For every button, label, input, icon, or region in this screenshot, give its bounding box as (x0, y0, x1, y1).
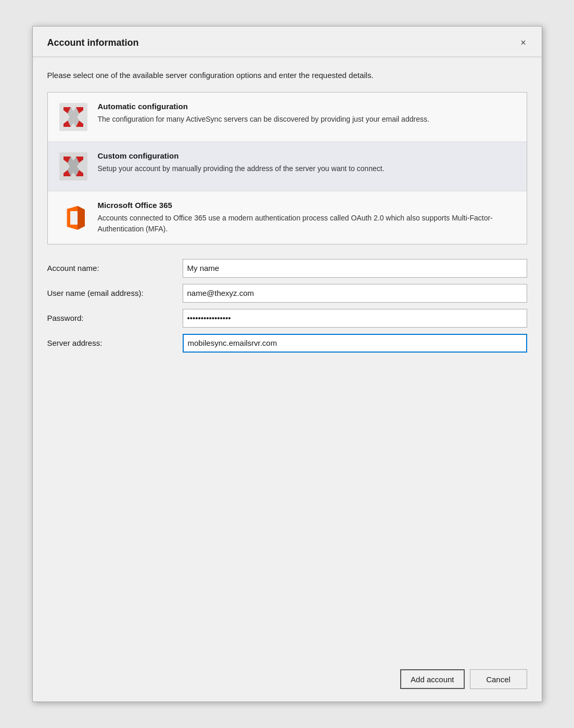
option-office365-title: Microsoft Office 365 (98, 201, 516, 210)
server-address-input[interactable] (183, 334, 527, 353)
form-row-user-name: User name (email address): (47, 284, 527, 303)
option-office365-desc: Accounts connected to Office 365 use a m… (98, 213, 516, 235)
account-name-label: Account name: (47, 264, 183, 272)
close-button[interactable]: × (516, 35, 531, 50)
option-custom[interactable]: Custom configuration Setup your account … (48, 142, 527, 191)
dialog-title: Account information (47, 37, 139, 48)
add-account-button[interactable]: Add account (400, 669, 464, 689)
form-section: Account name: User name (email address):… (47, 259, 527, 353)
cancel-button[interactable]: Cancel (470, 669, 527, 689)
option-automatic-title: Automatic configuration (98, 102, 516, 111)
intro-text: Please select one of the available serve… (47, 70, 527, 82)
user-name-label: User name (email address): (47, 289, 183, 297)
server-address-label: Server address: (47, 339, 183, 347)
office365-icon (58, 201, 88, 231)
activesync-icon-custom (58, 151, 88, 181)
account-information-dialog: Account information × Please select one … (32, 26, 542, 702)
options-container: Automatic configuration The configuratio… (47, 92, 527, 244)
password-input[interactable] (183, 309, 527, 328)
activesync-icon-automatic (58, 102, 88, 132)
option-office365-content: Microsoft Office 365 Accounts connected … (98, 201, 516, 235)
option-custom-title: Custom configuration (98, 151, 516, 160)
option-custom-desc: Setup your account by manually providing… (98, 163, 516, 174)
title-bar: Account information × (33, 27, 542, 57)
password-label: Password: (47, 314, 183, 322)
option-custom-content: Custom configuration Setup your account … (98, 151, 516, 174)
svg-rect-15 (70, 211, 78, 225)
user-name-input[interactable] (183, 284, 527, 303)
option-automatic-content: Automatic configuration The configuratio… (98, 102, 516, 125)
dialog-footer: Add account Cancel (33, 661, 542, 701)
option-automatic-desc: The configuration for many ActiveSync se… (98, 114, 516, 125)
form-row-password: Password: (47, 309, 527, 328)
option-automatic[interactable]: Automatic configuration The configuratio… (48, 93, 527, 142)
form-row-account-name: Account name: (47, 259, 527, 278)
option-office365[interactable]: Microsoft Office 365 Accounts connected … (48, 191, 527, 244)
account-name-input[interactable] (183, 259, 527, 278)
dialog-body: Please select one of the available serve… (33, 57, 542, 661)
form-row-server-address: Server address: (47, 334, 527, 353)
